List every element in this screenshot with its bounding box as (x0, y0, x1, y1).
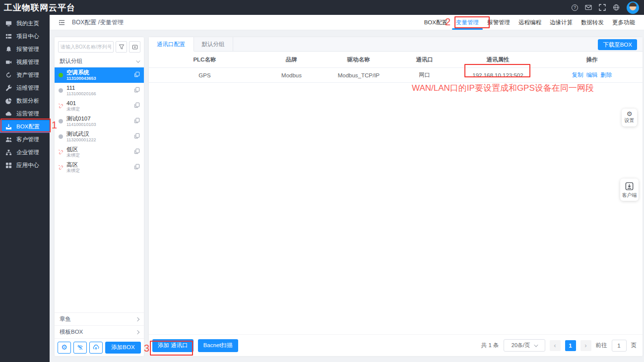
group-default[interactable]: 默认分组 (55, 56, 144, 67)
sidebar-item-enterprise[interactable]: 企业管理 (0, 146, 50, 159)
sidebar-item-assets[interactable]: 资产管理 (0, 68, 50, 81)
app-title: 工业物联网云平台 (0, 2, 75, 13)
sidebar-item-label: 应用中心 (16, 162, 39, 169)
edit-action-link[interactable]: 编辑 (586, 71, 597, 79)
device-item[interactable]: 401 未绑定 (55, 98, 144, 114)
device-item[interactable]: 测试武汉 113200001222 (55, 129, 144, 144)
col-header-actions: 操作 (541, 56, 643, 63)
user-avatar[interactable] (627, 1, 639, 14)
copy-icon[interactable] (134, 164, 140, 171)
sidebar-item-box-config[interactable]: BOX配置 (0, 120, 50, 133)
chevron-down-icon (136, 59, 140, 62)
add-box-button[interactable]: 添加BOX (105, 342, 141, 354)
tab-remote-programming[interactable]: 远程编程 (518, 15, 542, 30)
copy-icon[interactable] (134, 71, 140, 79)
sidebar-item-label: 客户管理 (16, 136, 39, 143)
sidebar-item-data-analysis[interactable]: 数据分析 (0, 94, 50, 107)
device-list: 空调系统 113100043653 111 113100020166 401 未… (55, 67, 144, 175)
filter-button[interactable] (116, 41, 127, 53)
tab-more-functions[interactable]: 更多功能 (612, 15, 636, 30)
add-comm-port-button[interactable]: 添加 通讯口 (152, 339, 193, 352)
col-header-port: 通讯口 (394, 56, 454, 63)
status-offline-icon (59, 119, 63, 123)
device-name: 测试0107 (66, 116, 131, 122)
tab-comm-port-config[interactable]: 通讯口配置 (149, 37, 194, 52)
copy-action-link[interactable]: 复制 (572, 71, 583, 79)
device-item[interactable]: 高区 未绑定 (55, 160, 144, 175)
page-size-select[interactable]: 20条/页 (504, 339, 545, 352)
copy-icon[interactable] (134, 87, 140, 94)
tab-alarm-management[interactable]: 报警管理 (487, 15, 511, 30)
bacnet-scan-button[interactable]: Bacnet扫描 (198, 339, 238, 352)
settings-gear-button[interactable] (58, 342, 71, 354)
device-serial: 113100043653 (66, 76, 131, 81)
sidebar-item-label: 运营管理 (16, 110, 39, 118)
device-item[interactable]: 低区 未绑定 (55, 144, 144, 160)
sitemap-icon (5, 149, 12, 156)
copy-icon[interactable] (134, 102, 140, 110)
device-item[interactable]: 测试0107 114100010103 (55, 114, 144, 129)
device-name: 高区 (66, 162, 131, 168)
device-serial: 未绑定 (66, 168, 131, 173)
download-to-box-button[interactable]: 下载至BOX (598, 39, 637, 50)
prev-page-button[interactable] (550, 340, 561, 351)
device-serial: 未绑定 (66, 153, 131, 158)
cloud-upload-icon (93, 344, 99, 351)
page-unit-label: 页 (631, 342, 637, 349)
sidebar-item-video[interactable]: 视频管理 (0, 56, 50, 68)
asset-sync-icon (5, 72, 12, 78)
topbar-actions (572, 1, 644, 14)
goto-page-input[interactable] (612, 340, 627, 352)
sidebar-item-operations[interactable]: 运营管理 (0, 107, 50, 120)
device-serial: 114100010103 (66, 122, 131, 127)
floating-client-button[interactable]: 客户端 (620, 179, 639, 201)
device-name: 低区 (66, 146, 131, 153)
sidebar-item-home[interactable]: 我的主页 (0, 17, 50, 30)
cloud-ops-icon (5, 111, 12, 117)
table-row: GPS Modbus Modbus_TCP/IP 网口 192.168.10.1… (149, 68, 643, 83)
box-search-input[interactable] (58, 41, 114, 53)
sidebar-item-customers[interactable]: 客户管理 (0, 133, 50, 146)
sidebar-item-alarms[interactable]: 报警管理 (0, 43, 50, 56)
sidebar-item-label: 运维管理 (16, 84, 39, 92)
device-serial: 113200001222 (66, 137, 131, 142)
group-label: 默认分组 (60, 58, 82, 65)
group-octopus[interactable]: 章鱼 (55, 312, 144, 325)
device-name: 测试武汉 (66, 131, 131, 137)
network-status-button[interactable] (73, 342, 87, 354)
language-globe-icon[interactable] (613, 4, 620, 11)
tab-default-group[interactable]: 默认分组 (194, 37, 233, 52)
delete-action-link[interactable]: 删除 (600, 71, 612, 79)
status-online-icon (59, 73, 63, 77)
sidebar-item-maintenance[interactable]: 运维管理 (0, 81, 50, 94)
sidebar-nav: 我的主页 项目中心 报警管理 视频管理 资产管理 运维管理 数据分析 运营管理 (0, 15, 50, 362)
tab-data-forwarding[interactable]: 数据转发 (580, 15, 604, 30)
copy-icon[interactable] (134, 133, 140, 140)
next-page-button[interactable] (580, 340, 591, 351)
collapse-menu-icon[interactable] (59, 20, 65, 25)
help-icon[interactable] (572, 4, 578, 11)
cloud-upload-button[interactable] (89, 342, 103, 354)
cell-port: 网口 (394, 71, 454, 79)
copy-icon[interactable] (134, 148, 140, 156)
main-footer-bar: 添加 通讯口 Bacnet扫描 共 1 条 20条/页 1 前往 页 (149, 334, 643, 356)
device-item-selected[interactable]: 空调系统 113100043653 (55, 67, 144, 83)
fullscreen-icon[interactable] (599, 4, 606, 11)
tab-variable-management[interactable]: 变量管理 (455, 15, 479, 30)
main-content: 通讯口配置 默认分组 下载至BOX PLC名称 品牌 驱动名称 通讯口 通讯属性… (149, 37, 643, 356)
group-template-box[interactable]: 模板BOX (55, 325, 144, 338)
box-panel-toolbar: 添加BOX (55, 338, 144, 356)
current-page-button[interactable]: 1 (565, 340, 576, 351)
sidebar-item-projects[interactable]: 项目中心 (0, 30, 50, 43)
alarm-bell-icon (5, 46, 12, 53)
device-item[interactable]: 111 113100020166 (55, 83, 144, 98)
floating-settings-button[interactable]: 设置 (622, 109, 637, 126)
copy-icon[interactable] (134, 118, 140, 125)
sidebar-item-app-center[interactable]: 应用中心 (0, 159, 50, 172)
mail-icon[interactable] (585, 4, 592, 11)
add-group-button[interactable] (129, 41, 140, 53)
sidebar-item-label: 企业管理 (16, 149, 39, 156)
home-monitor-icon (5, 20, 12, 27)
tab-edge-computing[interactable]: 边缘计算 (549, 15, 573, 30)
tab-box-config[interactable]: BOX配置 (424, 15, 448, 30)
